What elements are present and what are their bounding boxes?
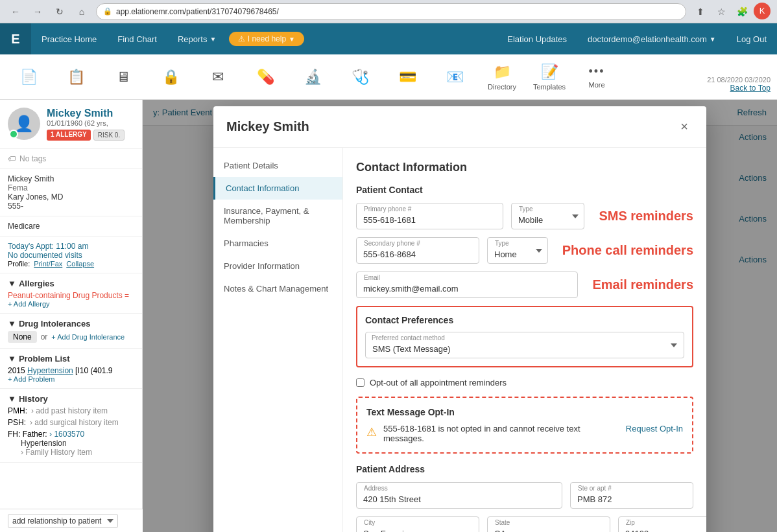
app-logo[interactable]: E (0, 23, 31, 54)
problem-code: [I10 (401.9 (75, 366, 112, 375)
toolbar-envelope-btn[interactable]: ✉ (196, 58, 240, 97)
history-heading[interactable]: ▼ History (8, 394, 134, 404)
drug-intol-section: ▼ Drug Intolerances None or + Add Drug I… (0, 314, 142, 349)
patient-fullname: Mickey Smith (8, 174, 134, 183)
psh-label: PSH: (8, 418, 26, 427)
extension-button[interactable]: 🧩 (733, 3, 751, 21)
drug-intol-heading[interactable]: ▼ Drug Intolerances (8, 319, 134, 329)
modal-header: Mickey Smith × (213, 106, 706, 148)
toolbar-monitor-btn[interactable]: 🖥 (101, 58, 145, 97)
nav-find-chart[interactable]: Find Chart (107, 23, 167, 54)
toolbar-directory-btn[interactable]: 📁 Directory (480, 58, 524, 97)
toolbar-rx-btn[interactable]: 💊 (243, 58, 287, 97)
primary-type-label: Type (518, 205, 534, 213)
allergies-heading[interactable]: ▼ Allergies (8, 279, 134, 288)
fh-family[interactable]: › Family History Item (8, 448, 134, 457)
nav-practice-home[interactable]: Practice Home (31, 23, 107, 54)
print-fax-link[interactable]: Print/Fax (34, 260, 62, 268)
nav-pharmacies[interactable]: Pharmacies (213, 232, 342, 255)
secondary-phone-label: Secondary phone # (363, 240, 422, 247)
appt-text[interactable]: Today's Appt: 11:00 am (8, 242, 134, 251)
email-input[interactable] (356, 272, 578, 298)
pmh-placeholder[interactable]: › add past history item (31, 406, 108, 415)
nav-help[interactable]: ⚠ I need help ▼ (229, 32, 304, 46)
directory-icon: 📁 (494, 64, 511, 80)
profile-button[interactable]: K (754, 3, 771, 19)
nav-provider[interactable]: Provider Information (213, 255, 342, 277)
text-optin-box: Text Message Opt-In ⚠ 555-618-1681 is no… (356, 397, 693, 454)
primary-phone-label: Primary phone # (363, 205, 412, 213)
address-bar[interactable]: 🔒 app.elationemr.com/patient/31707407967… (96, 3, 686, 20)
nav-logout[interactable]: Log Out (726, 23, 777, 54)
modal-close-button[interactable]: × (675, 117, 693, 137)
psh-placeholder[interactable]: › add surgical history item (30, 418, 119, 427)
bookmark-button[interactable]: ☆ (712, 3, 730, 21)
zip-field: Zip (618, 516, 706, 532)
allergies-section: ▼ Allergies Peanut-containing Drug Produ… (0, 273, 142, 314)
city-field: City (356, 516, 479, 532)
toolbar-chart-btn[interactable]: 📋 (54, 58, 98, 97)
nav-contact-info[interactable]: Contact Information (213, 177, 342, 200)
secondary-phone-field: Secondary phone # (356, 237, 479, 264)
address-row: Address Ste or apt # (356, 482, 693, 509)
request-optin-link[interactable]: Request Opt-In (626, 424, 683, 434)
nav-insurance[interactable]: Insurance, Payment, & Membership (213, 200, 342, 232)
address-section: Patient Address Address Ste or apt # (356, 464, 693, 532)
patient-phone: 555- (8, 202, 134, 211)
share-button[interactable]: ⬆ (691, 3, 710, 21)
toolbar-billing-btn[interactable]: 💳 (385, 58, 429, 97)
back-button[interactable]: ← (6, 3, 25, 21)
primary-phone-field: Primary phone # (356, 203, 503, 229)
add-allergy-link[interactable]: + Add Allergy (8, 300, 134, 308)
home-button[interactable]: ⌂ (73, 3, 91, 21)
city-state-zip-row: City State Zip (356, 516, 693, 532)
nav-account[interactable]: doctordemo@elationhealth.com ▼ (577, 23, 726, 54)
nav-elation-updates[interactable]: Elation Updates (497, 23, 577, 54)
doc-icon: 📄 (20, 69, 38, 86)
toolbar-lab-btn[interactable]: 🔬 (291, 58, 335, 97)
zip-label: Zip (625, 519, 636, 526)
nav-reports[interactable]: Reports ▼ (167, 23, 226, 54)
tag-icon: 🏷 (8, 154, 16, 163)
rx-icon: 💊 (257, 69, 274, 86)
problem-name[interactable]: Hypertension (27, 366, 73, 375)
browser-controls: ← → ↻ ⌂ (6, 3, 91, 21)
nav-items: Practice Home Find Chart Reports ▼ ⚠ I n… (31, 23, 497, 54)
avatar-status-dot (9, 130, 18, 139)
address-label: Address (363, 485, 389, 492)
primary-type-field: Type Mobile Home Work (511, 203, 584, 229)
state-field: State (487, 516, 610, 532)
monitor-icon: 🖥 (116, 69, 130, 86)
phone-reminder-label: Phone call reminders (562, 243, 693, 258)
address-field: Address (356, 482, 562, 509)
problem-item: 2015 Hypertension [I10 (401.9 (8, 366, 134, 375)
toolbar-mail-btn[interactable]: 📧 (433, 58, 477, 97)
toolbar-stethoscope-btn[interactable]: 🩺 (338, 58, 382, 97)
email-reminder-label: Email reminders (592, 277, 693, 292)
fh-code[interactable]: › 1603570 (49, 430, 84, 439)
drug-intol-arrow: ▼ (8, 319, 16, 329)
add-problem-link[interactable]: + Add Problem (8, 375, 134, 383)
city-label: City (363, 519, 376, 526)
toolbar-more-btn[interactable]: ••• More (575, 58, 619, 97)
nav-notes[interactable]: Notes & Chart Management (213, 277, 342, 300)
allergy-badge[interactable]: 1 ALLERGY (47, 130, 91, 141)
nav-patient-details[interactable]: Patient Details (213, 154, 342, 177)
risk-badge[interactable]: RISK 0. (93, 130, 125, 141)
collapse-link[interactable]: Collapse (66, 260, 94, 268)
problem-list-heading[interactable]: ▼ Problem List (8, 354, 134, 364)
toolbar-doc-btn[interactable]: 📄 (6, 58, 51, 97)
relationship-select[interactable]: add relationship to patient (8, 514, 118, 528)
tag-row: 🏷 No tags (0, 149, 142, 169)
visit-text[interactable]: No documented visits (8, 251, 134, 260)
opt-out-label: Opt-out of all appointment reminders (370, 378, 507, 387)
modal-body: Patient Details Contact Information Insu… (213, 148, 706, 532)
toolbar-templates-btn[interactable]: 📝 Templates (527, 58, 571, 97)
refresh-button[interactable]: ↻ (51, 3, 69, 21)
forward-button[interactable]: → (29, 3, 47, 21)
toolbar-right: 21 08/2020 03/2020 Back to Top (707, 58, 771, 97)
opt-out-checkbox[interactable] (356, 378, 365, 387)
back-to-top[interactable]: Back to Top (730, 84, 771, 93)
toolbar-lock-btn[interactable]: 🔒 (149, 58, 193, 97)
add-drug-intol-link[interactable]: + Add Drug Intolerance (51, 333, 125, 341)
